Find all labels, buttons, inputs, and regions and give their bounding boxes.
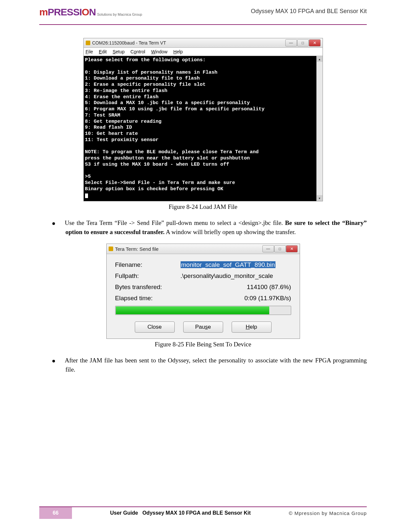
footer-doc-name: Odyssey MAX 10 FPGA and BLE Sensor Kit xyxy=(142,510,251,516)
row-elapsed: Elapsed time: 0:09 (11.97KB/s) xyxy=(115,295,291,302)
footer-center: User Guide Odyssey MAX 10 FPGA and BLE S… xyxy=(72,510,289,516)
footer-copyright: © Mpression by Macnica Group xyxy=(289,510,367,516)
scroll-up-icon[interactable]: ▴ xyxy=(317,56,323,62)
row-filename: Filename: monitor_scale_sof_GATT_890.bin xyxy=(115,261,291,268)
row-bytes: Bytes transfered: 114100 (87.6%) xyxy=(115,284,291,291)
help-button[interactable]: Help xyxy=(232,321,272,333)
logo-mark: mPRESSION xyxy=(39,7,96,18)
bullet2-text: After the JAM file has been sent to the … xyxy=(65,357,367,373)
page-footer: 66 User Guide Odyssey MAX 10 FPGA and BL… xyxy=(0,506,406,519)
page: mPRESSION Solutions by Macnica Group Ody… xyxy=(0,0,406,532)
close-button[interactable]: ✕ xyxy=(309,39,321,46)
menu-window[interactable]: Window xyxy=(151,49,168,54)
filename-value: monitor_scale_sof_GATT_890.bin xyxy=(181,261,276,268)
progress-fill xyxy=(116,306,270,314)
terminal-titlebar: COM26:115200baud - Tera Term VT — □ ✕ xyxy=(84,38,323,48)
terminal-title: COM26:115200baud - Tera Term VT xyxy=(92,40,285,46)
close-dialog-button[interactable]: Close xyxy=(135,321,175,333)
bullet-dot-icon xyxy=(52,222,55,225)
footer-user-guide: User Guide xyxy=(110,510,138,516)
logo-subtitle: Solutions by Macnica Group xyxy=(97,12,142,16)
fullpath-label: Fullpath: xyxy=(115,272,181,280)
scroll-down-icon[interactable]: ▾ xyxy=(317,195,323,201)
bullet-dot-icon xyxy=(52,360,55,362)
dialog-body: Filename: monitor_scale_sof_GATT_890.bin… xyxy=(107,254,300,339)
dialog-maximize-button[interactable]: □ xyxy=(274,245,286,252)
dialog-icon xyxy=(109,247,113,251)
page-header: mPRESSION Solutions by Macnica Group Ody… xyxy=(39,7,367,22)
bytes-value: 114100 (87.6%) xyxy=(247,284,291,291)
menu-setup[interactable]: Setup xyxy=(113,49,125,54)
filename-label: Filename: xyxy=(115,261,181,268)
maximize-button[interactable]: □ xyxy=(297,39,309,46)
menu-file[interactable]: File xyxy=(86,49,93,54)
terminal-text: Please select from the following options… xyxy=(85,57,265,192)
menu-help[interactable]: Help xyxy=(173,49,183,54)
dialog-minimize-button[interactable]: — xyxy=(262,245,274,252)
menu-control[interactable]: Control xyxy=(131,49,145,54)
bytes-label: Bytes transfered: xyxy=(115,284,162,291)
figure-caption-1: Figure 8-24 Load JAM File xyxy=(39,203,367,211)
terminal-window: COM26:115200baud - Tera Term VT — □ ✕ Fi… xyxy=(83,38,323,201)
menu-edit[interactable]: Edit xyxy=(99,49,107,54)
terminal-icon xyxy=(86,41,90,45)
dialog-title: Tera Term: Send file xyxy=(115,246,262,252)
dialog-buttons: Close Pause Help xyxy=(115,321,291,333)
dialog-titlebar: Tera Term: Send file — □ ✕ xyxy=(107,244,300,254)
dialog-window-buttons: — □ ✕ xyxy=(262,245,298,252)
elapsed-label: Elapsed time: xyxy=(115,295,153,302)
terminal-menubar: File Edit Setup Control Window Help xyxy=(84,48,323,56)
bullet1-post: A window will briefly open up showing th… xyxy=(165,229,296,235)
fullpath-value: .\personality\audio_monitor_scale xyxy=(181,272,291,280)
header-rule xyxy=(39,24,367,25)
row-fullpath: Fullpath: .\personality\audio_monitor_sc… xyxy=(115,272,291,280)
bullet1-pre: Use the Tera Term “File -> Send File” pu… xyxy=(65,219,285,226)
pause-button[interactable]: Pause xyxy=(183,321,223,333)
doc-title: Odyssey MAX 10 FPGA and BLE Sensor Kit xyxy=(251,8,367,15)
sendfile-dialog: Tera Term: Send file — □ ✕ Filename: mon… xyxy=(106,244,300,339)
bullet-2: After the JAM file has been sent to the … xyxy=(65,356,367,374)
elapsed-value: 0:09 (11.97KB/s) xyxy=(244,295,291,302)
terminal-body: Please select from the following options… xyxy=(84,56,323,201)
minimize-button[interactable]: — xyxy=(285,39,297,46)
progress-bar xyxy=(115,306,291,315)
bullet-1: Use the Tera Term “File -> Send File” pu… xyxy=(65,218,367,236)
terminal-scrollbar[interactable]: ▴▾ xyxy=(316,56,323,201)
figure-caption-2: Figure 8-25 File Being Sent To Device xyxy=(39,341,367,348)
page-number: 66 xyxy=(39,507,72,519)
logo: mPRESSION Solutions by Macnica Group xyxy=(39,7,142,18)
window-buttons: — □ ✕ xyxy=(285,39,321,46)
terminal-cursor xyxy=(85,193,88,198)
dialog-close-button[interactable]: ✕ xyxy=(286,245,298,252)
